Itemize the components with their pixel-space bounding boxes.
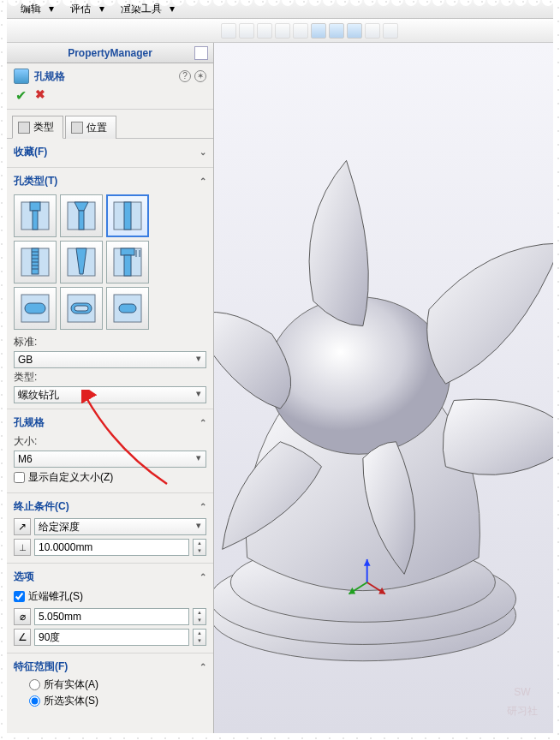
- svg-point-129: [554, 309, 560, 321]
- svg-point-103: [554, 131, 560, 143]
- scene-icon[interactable]: [347, 23, 362, 39]
- depth-spinner[interactable]: ▲▼: [193, 539, 206, 556]
- svg-point-43: [282, 734, 294, 740]
- zoom-area-icon[interactable]: [257, 23, 272, 39]
- svg-point-153: [554, 474, 560, 486]
- svg-point-137: [554, 364, 560, 376]
- size-combo[interactable]: [14, 451, 206, 468]
- viewport-icon[interactable]: [383, 23, 398, 39]
- svg-point-144: [0, 419, 6, 431]
- svg-point-5: [21, 734, 33, 740]
- menu-render-tools[interactable]: 渲染工具 ▾: [110, 0, 180, 18]
- all-bodies-radio[interactable]: [29, 679, 40, 690]
- svg-point-120: [0, 254, 6, 266]
- svg-point-83: [554, 0, 560, 6]
- depth-input[interactable]: [34, 539, 189, 556]
- svg-point-1: [0, 734, 6, 740]
- legacy-hole-button[interactable]: [106, 241, 149, 283]
- display-style-icon[interactable]: [311, 23, 326, 39]
- svg-point-158: [0, 515, 6, 527]
- svg-point-73: [487, 734, 499, 740]
- type-tab-icon: [18, 122, 30, 134]
- pm-header: PropertyManager: [7, 43, 213, 63]
- hole-button[interactable]: [106, 194, 149, 237]
- svg-rect-193: [30, 202, 40, 211]
- hole-slot-button[interactable]: [106, 287, 149, 330]
- svg-point-89: [554, 35, 560, 47]
- standard-label: 标准:: [14, 333, 206, 351]
- selected-bodies-radio[interactable]: [29, 695, 40, 707]
- svg-point-167: [554, 570, 560, 582]
- svg-point-84: [0, 8, 6, 20]
- feature-title: 孔规格: [34, 69, 65, 84]
- svg-point-133: [554, 337, 560, 349]
- svg-point-124: [0, 282, 6, 294]
- svg-point-35: [227, 734, 239, 740]
- svg-point-134: [0, 350, 6, 362]
- counterbore-slot-button[interactable]: [14, 287, 57, 330]
- svg-point-143: [554, 405, 560, 417]
- svg-point-168: [0, 583, 6, 595]
- svg-point-82: [0, 0, 6, 6]
- svg-point-185: [554, 693, 560, 705]
- section-view-icon[interactable]: [293, 23, 308, 39]
- view-settings-icon[interactable]: [365, 23, 380, 39]
- svg-point-114: [0, 213, 6, 225]
- section-options: 选项⌃ 近端锥孔(S) ⌀ ▲▼ ∠ ▲▼: [7, 564, 213, 653]
- 3d-viewport[interactable]: SW研习社: [214, 43, 553, 733]
- svg-point-65: [432, 734, 444, 740]
- cs-angle-input[interactable]: [34, 629, 189, 646]
- svg-point-141: [554, 391, 560, 403]
- tab-position[interactable]: 位置: [65, 116, 116, 139]
- menu-evaluate[interactable]: 评估 ▾: [60, 0, 109, 18]
- counterbore-button[interactable]: [14, 194, 57, 237]
- straight-tap-button[interactable]: [14, 241, 57, 283]
- cs-diameter-spinner[interactable]: ▲▼: [193, 608, 206, 625]
- svg-point-97: [554, 90, 560, 102]
- svg-point-169: [554, 583, 560, 595]
- reverse-direction-icon[interactable]: ↗: [14, 518, 31, 535]
- type-combo[interactable]: [14, 386, 206, 403]
- svg-point-156: [0, 501, 6, 513]
- near-countersink-checkbox[interactable]: [14, 591, 25, 602]
- custom-size-checkbox[interactable]: [14, 472, 25, 483]
- size-label: 大小:: [14, 433, 206, 451]
- cs-diameter-input[interactable]: [34, 608, 189, 625]
- prev-view-icon[interactable]: [275, 23, 290, 39]
- svg-point-155: [554, 487, 560, 499]
- ok-button[interactable]: ✔: [15, 87, 27, 104]
- svg-point-109: [554, 172, 560, 184]
- svg-point-118: [0, 241, 6, 253]
- svg-point-85: [554, 8, 560, 20]
- impeller-model: [214, 43, 553, 733]
- svg-point-3: [8, 734, 20, 740]
- pushpin-icon[interactable]: [194, 46, 208, 60]
- svg-point-119: [554, 241, 560, 253]
- cancel-button[interactable]: ✖: [35, 87, 45, 104]
- view-orientation-icon[interactable]: [221, 23, 236, 39]
- tapered-tap-button[interactable]: [60, 241, 103, 283]
- keep-icon[interactable]: ✶: [194, 70, 206, 82]
- svg-point-79: [528, 734, 540, 740]
- cs-angle-spinner[interactable]: ▲▼: [193, 629, 206, 646]
- countersink-button[interactable]: [60, 194, 103, 237]
- standard-combo[interactable]: [14, 351, 206, 368]
- svg-point-111: [554, 186, 560, 198]
- svg-point-179: [554, 652, 560, 664]
- svg-point-181: [554, 665, 560, 677]
- svg-point-104: [0, 145, 6, 157]
- svg-point-81: [542, 734, 554, 740]
- svg-point-174: [0, 624, 6, 636]
- countersink-slot-button[interactable]: [60, 287, 103, 330]
- svg-point-151: [554, 460, 560, 472]
- svg-point-191: [554, 734, 560, 740]
- help-icon[interactable]: ?: [179, 70, 191, 82]
- svg-point-63: [419, 734, 431, 740]
- hide-show-icon[interactable]: [329, 23, 344, 39]
- end-condition-combo[interactable]: [34, 518, 206, 535]
- zoom-fit-icon[interactable]: [239, 23, 254, 39]
- tab-type[interactable]: 类型: [12, 116, 63, 139]
- svg-point-96: [0, 90, 6, 102]
- menu-edit[interactable]: 编辑 ▾: [10, 0, 59, 18]
- svg-point-67: [446, 734, 458, 740]
